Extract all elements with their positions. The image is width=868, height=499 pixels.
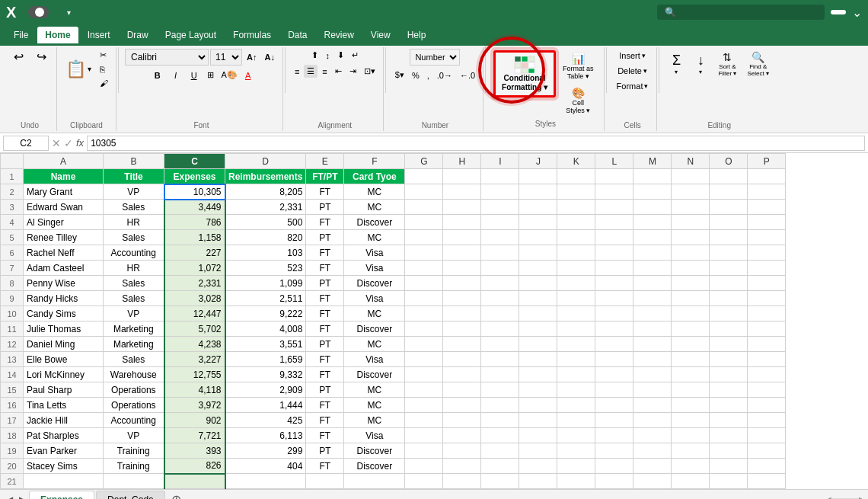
cell-18-E[interactable]: FT: [306, 428, 344, 443]
cell-14-D[interactable]: 9,332: [225, 367, 306, 382]
empty-cell[interactable]: [519, 413, 557, 428]
ribbon-collapse-icon[interactable]: ⌄: [852, 5, 862, 20]
scroll-tabs-right[interactable]: ▶: [16, 494, 29, 500]
find-select-button[interactable]: 🔍 Find &Select ▾: [743, 49, 772, 79]
empty-cell[interactable]: [595, 215, 633, 230]
empty-cell[interactable]: [481, 245, 519, 261]
cell-styles-button[interactable]: 🎨 CellStyles ▾: [559, 85, 598, 117]
empty-cell[interactable]: [710, 200, 748, 215]
empty-cell[interactable]: [519, 276, 557, 291]
empty-cell[interactable]: [481, 200, 519, 215]
empty-cell[interactable]: [748, 200, 786, 215]
cell-17-C[interactable]: 902: [164, 413, 225, 428]
cell-9-F[interactable]: Visa: [344, 291, 405, 306]
empty-cell[interactable]: [633, 306, 672, 321]
cell-7-A[interactable]: Adam Casteel: [24, 261, 104, 276]
empty-cell[interactable]: [633, 321, 672, 337]
bold-button[interactable]: B: [149, 69, 166, 82]
decimal-decrease-button[interactable]: ←.0: [457, 69, 478, 82]
decrease-font-button[interactable]: A↓: [261, 51, 277, 63]
cell-11-C[interactable]: 5,702: [164, 321, 225, 337]
cell-12-F[interactable]: MC: [344, 337, 405, 352]
cell-6-B[interactable]: Accounting: [104, 245, 164, 261]
empty-cell[interactable]: [557, 443, 595, 459]
empty-cell[interactable]: [595, 382, 633, 398]
tab-page-layout[interactable]: Page Layout: [158, 27, 224, 43]
empty-cell[interactable]: [595, 398, 633, 413]
cell-11-D[interactable]: 4,008: [225, 321, 306, 337]
empty-cell[interactable]: [748, 443, 786, 459]
empty-cell[interactable]: [443, 276, 481, 291]
empty-cell[interactable]: [481, 367, 519, 382]
empty-cell[interactable]: [633, 428, 672, 443]
empty-cell[interactable]: [443, 230, 481, 245]
cell-12-A[interactable]: Daniel Ming: [24, 337, 104, 352]
cell-17-F[interactable]: MC: [344, 413, 405, 428]
autosum-button[interactable]: Σ ▾: [665, 50, 687, 78]
cell-4-B[interactable]: HR: [104, 215, 164, 230]
tab-draw[interactable]: Draw: [120, 27, 156, 43]
empty-cell[interactable]: [748, 230, 786, 245]
empty-cell[interactable]: [405, 200, 443, 215]
empty-cell[interactable]: [633, 459, 672, 474]
empty-cell[interactable]: [557, 459, 595, 474]
empty-cell[interactable]: [443, 459, 481, 474]
cell-3-B[interactable]: Sales: [104, 200, 164, 215]
empty-cell[interactable]: [633, 382, 672, 398]
empty-cell[interactable]: [672, 215, 710, 230]
cell-2-D[interactable]: 8,205: [225, 184, 306, 200]
tab-view[interactable]: View: [363, 27, 398, 43]
empty-cell[interactable]: [710, 413, 748, 428]
empty-cell[interactable]: [405, 352, 443, 367]
scroll-bar-area[interactable]: ◀━━━━━━▶: [825, 495, 865, 499]
empty-cell[interactable]: [443, 382, 481, 398]
formula-function-icon[interactable]: fx: [76, 137, 84, 149]
cell-1K[interactable]: [557, 169, 595, 184]
empty-cell[interactable]: [710, 337, 748, 352]
cell-17-B[interactable]: Accounting: [104, 413, 164, 428]
empty-cell[interactable]: [748, 459, 786, 474]
cell-20-C[interactable]: 826: [164, 459, 225, 474]
empty-cell[interactable]: [557, 245, 595, 261]
comma-button[interactable]: ,: [424, 69, 432, 82]
empty-cell[interactable]: [557, 382, 595, 398]
empty-cell[interactable]: [405, 230, 443, 245]
empty-cell[interactable]: [710, 215, 748, 230]
number-format-select[interactable]: Number: [410, 49, 460, 66]
format-as-table-button[interactable]: 📊 Format asTable ▾: [559, 50, 598, 82]
empty-cell[interactable]: [595, 367, 633, 382]
cell-9-A[interactable]: Randy Hicks: [24, 291, 104, 306]
cell-12-D[interactable]: 3,551: [225, 337, 306, 352]
autosave-toggle[interactable]: [28, 6, 49, 18]
empty-cell[interactable]: [557, 291, 595, 306]
header-name[interactable]: Name: [24, 169, 104, 184]
col-header-J[interactable]: J: [519, 154, 557, 169]
cell-7-E[interactable]: FT: [306, 261, 344, 276]
empty-cell[interactable]: [481, 459, 519, 474]
scroll-tabs-left[interactable]: ◀: [3, 494, 16, 500]
align-center-button[interactable]: ☰: [304, 65, 318, 78]
col-header-K[interactable]: K: [557, 154, 595, 169]
empty-cell[interactable]: [710, 382, 748, 398]
empty-cell[interactable]: [519, 291, 557, 306]
increase-font-button[interactable]: A↑: [244, 51, 260, 63]
empty-cell[interactable]: [595, 337, 633, 352]
empty-cell[interactable]: [672, 230, 710, 245]
filename-arrow[interactable]: ▾: [67, 8, 71, 17]
empty-cell[interactable]: [748, 184, 786, 200]
cell-13-D[interactable]: 1,659: [225, 352, 306, 367]
empty-cell[interactable]: [672, 276, 710, 291]
cell-15-E[interactable]: PT: [306, 382, 344, 398]
col-header-E[interactable]: E: [306, 154, 344, 169]
fill-button[interactable]: ↓ ▾: [690, 50, 711, 78]
col-header-G[interactable]: G: [405, 154, 443, 169]
cell-13-F[interactable]: Visa: [344, 352, 405, 367]
cell-2-E[interactable]: FT: [306, 184, 344, 200]
empty-cell[interactable]: [519, 261, 557, 276]
empty-cell[interactable]: [519, 459, 557, 474]
cell-6-C[interactable]: 227: [164, 245, 225, 261]
empty-cell[interactable]: [519, 428, 557, 443]
empty-cell[interactable]: [405, 367, 443, 382]
empty-cell[interactable]: [481, 261, 519, 276]
cell-14-E[interactable]: FT: [306, 367, 344, 382]
